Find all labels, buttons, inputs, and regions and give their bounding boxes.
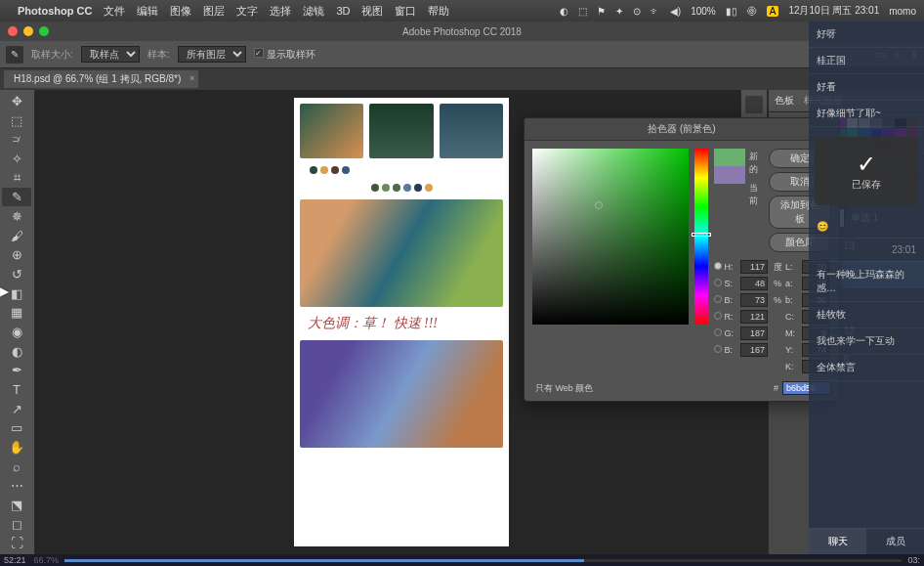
document-tabs: H18.psd @ 66.7% (组 1 拷贝, RGB/8*) ×	[0, 68, 924, 90]
sample-size-select[interactable]: 取样点	[81, 46, 140, 63]
eyedropper-icon[interactable]: ✎	[6, 46, 23, 64]
gradient-tool[interactable]: ▦	[2, 303, 31, 322]
wifi-icon[interactable]: ᯤ	[651, 6, 660, 17]
menu-select[interactable]: 选择	[270, 4, 291, 19]
chat-message: 桂正国	[809, 48, 924, 74]
type-tool[interactable]: T	[2, 380, 31, 399]
app-name[interactable]: Photoshop CC	[18, 5, 92, 17]
status-icon[interactable]: ⚑	[597, 6, 606, 17]
bval-input[interactable]	[740, 343, 768, 357]
stamp-tool[interactable]: ⊕	[2, 245, 31, 264]
new-label: 新的	[749, 151, 765, 176]
cursor-icon	[0, 282, 14, 295]
menu-type[interactable]: 文字	[236, 4, 258, 19]
zoom-level: 66.7%	[34, 555, 60, 565]
color-cursor[interactable]	[595, 201, 603, 209]
sample-layers-select[interactable]: 所有图层	[178, 46, 246, 63]
b-input[interactable]	[740, 293, 768, 307]
g-input[interactable]	[740, 327, 768, 340]
options-bar: ✎ 取样大小: 取样点 样本: 所有图层 显示取样环 ▭ ⌕ ⇪	[0, 41, 924, 68]
chat-message: 有一种晚上玛森森的感…	[809, 262, 924, 302]
hue-cursor[interactable]	[692, 233, 711, 237]
menu-image[interactable]: 图像	[170, 4, 191, 19]
color-preview	[714, 149, 745, 184]
document-canvas[interactable]: 大色调：草！ 快速 !!!	[294, 98, 509, 546]
status-badge[interactable]: A	[767, 6, 779, 17]
video-timeline[interactable]: 52:21 66.7% 03:	[0, 554, 924, 566]
color-picker-dialog[interactable]: 拾色器 (前景色) 新的 当前 确定 取消 添加到色板 颜色库	[524, 117, 840, 402]
hand-tool[interactable]: ✋	[2, 438, 31, 457]
shape-tool[interactable]: ▭	[2, 418, 31, 437]
close-icon[interactable]: ×	[189, 73, 194, 83]
marquee-tool[interactable]: ⬚	[2, 111, 31, 130]
menu-help[interactable]: 帮助	[428, 4, 449, 19]
screenmode-tool[interactable]: ⛶	[2, 534, 31, 552]
pen-tool[interactable]: ✒	[2, 361, 31, 379]
color-swap-tool[interactable]: ⬔	[2, 496, 31, 514]
user-name[interactable]: momo	[889, 6, 916, 17]
menu-3d[interactable]: 3D	[336, 5, 350, 17]
swatch	[403, 184, 411, 192]
color-field[interactable]	[532, 149, 689, 325]
status-icon[interactable]: ◐	[560, 6, 568, 17]
maximize-icon[interactable]	[39, 26, 49, 36]
eyedropper-tool[interactable]: ✎	[2, 188, 31, 206]
window-titlebar: Adobe Photoshop CC 2018	[0, 22, 924, 41]
crop-tool[interactable]: ⌗	[2, 169, 31, 188]
document-tab[interactable]: H18.psd @ 66.7% (组 1 拷贝, RGB/8*) ×	[4, 70, 198, 88]
opt-label-sample: 样本:	[147, 48, 170, 62]
thumbnail	[369, 104, 433, 158]
heal-tool[interactable]: ✵	[2, 207, 31, 226]
menu-view[interactable]: 视图	[361, 4, 383, 19]
lasso-tool[interactable]: ⟉	[2, 130, 31, 149]
menu-filter[interactable]: 滤镜	[303, 4, 324, 19]
swatch	[342, 166, 350, 174]
show-ring-checkbox[interactable]: 显示取样环	[254, 48, 315, 62]
minimize-icon[interactable]	[23, 26, 33, 36]
tab-chat[interactable]: 聊天	[809, 529, 866, 554]
brush-tool[interactable]: 🖌	[2, 227, 31, 245]
r-input[interactable]	[740, 310, 768, 324]
zoom-tool[interactable]: ⌕	[2, 457, 31, 476]
chat-message: 全体禁言	[809, 355, 924, 381]
tab-members[interactable]: 成员	[866, 529, 924, 554]
swatch	[393, 184, 400, 192]
progress-bar[interactable]	[64, 559, 902, 562]
handwriting-note: 大色调：草！ 快速 !!!	[300, 313, 503, 334]
hash-label: #	[774, 383, 778, 393]
panel-icon[interactable]	[745, 96, 763, 113]
spotlight-icon[interactable]: 🞋	[747, 6, 757, 17]
chat-time: 23:01	[809, 239, 924, 262]
menu-edit[interactable]: 编辑	[137, 4, 158, 19]
saved-label: 已保存	[819, 178, 914, 192]
tab-swatches[interactable]: 色板	[775, 94, 794, 108]
menu-window[interactable]: 窗口	[395, 4, 416, 19]
close-icon[interactable]	[8, 26, 18, 36]
hue-slider[interactable]	[694, 149, 708, 325]
datetime[interactable]: 12月10日 周五 23:01	[788, 4, 879, 18]
more-tool[interactable]: ⋯	[2, 476, 31, 495]
chat-message: 我也来学一下互动	[809, 328, 924, 355]
status-icon[interactable]: ✦	[615, 6, 623, 17]
swatch	[371, 184, 379, 192]
menu-layer[interactable]: 图层	[203, 4, 225, 19]
wand-tool[interactable]: ✧	[2, 150, 31, 168]
h-input[interactable]	[740, 260, 768, 274]
volume-icon[interactable]: ◀)	[670, 6, 681, 17]
menu-file[interactable]: 文件	[104, 4, 125, 19]
battery-icon[interactable]: ▮▯	[726, 6, 737, 17]
quickmask-tool[interactable]: ◻	[2, 515, 31, 534]
move-tool[interactable]: ✥	[2, 92, 31, 110]
chat-message: 好看	[809, 74, 924, 101]
path-tool[interactable]: ↗	[2, 400, 31, 418]
blur-tool[interactable]: ◉	[2, 323, 31, 341]
wifi-icon[interactable]: ⊙	[633, 6, 641, 17]
dodge-tool[interactable]: ◐	[2, 342, 31, 361]
s-input[interactable]	[740, 277, 768, 290]
status-icon[interactable]: ⬚	[578, 6, 587, 17]
thumbnail	[300, 104, 363, 158]
mac-menubar: Photoshop CC 文件 编辑 图像 图层 文字 选择 滤镜 3D 视图 …	[0, 0, 924, 22]
web-only-checkbox[interactable]: 只有 Web 颜色	[532, 382, 593, 395]
swatch	[425, 184, 433, 192]
history-tool[interactable]: ↺	[2, 265, 31, 283]
